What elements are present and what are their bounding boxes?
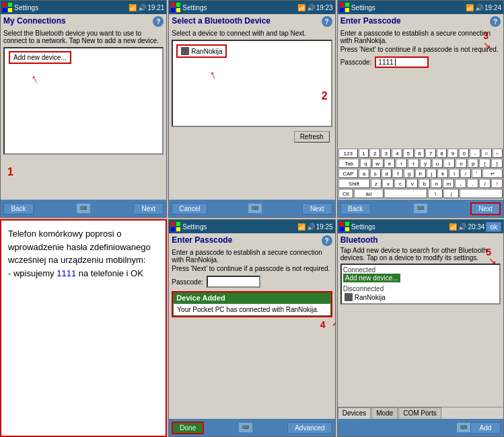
kb-auu-key[interactable]: áü [354, 189, 383, 198]
keyboard-icon-1[interactable]: ⌨ [77, 204, 90, 213]
add-button-6[interactable]: Add [470, 422, 501, 434]
kb-ctl-key[interactable]: Ctl [338, 189, 354, 198]
back-button-1[interactable]: Back [3, 203, 34, 214]
ran-nokija-name: RanNokija [355, 294, 386, 301]
kb-m-key[interactable]: m [443, 179, 454, 188]
keyboard-icon-3[interactable]: ⌨ [414, 204, 427, 213]
kb-4-key[interactable]: 4 [392, 149, 402, 158]
kb-v-key[interactable]: v [406, 179, 418, 188]
ran-nokija-item[interactable]: RanNokija [176, 44, 227, 58]
kb-l-key[interactable]: l [449, 169, 460, 178]
kb-t-key[interactable]: t [408, 159, 419, 168]
kb-backslash-key[interactable]: \ [428, 189, 443, 198]
svg-rect-9 [345, 3, 349, 7]
kb-x-key[interactable]: x [382, 179, 394, 188]
kb-6-key[interactable]: 6 [415, 149, 425, 158]
kb-h-key[interactable]: h [415, 169, 426, 178]
section-header-5: Enter Passcode ? [169, 233, 334, 247]
add-new-device-item[interactable]: Add new device... [9, 51, 71, 64]
kb-comma-key[interactable]: , [455, 179, 466, 188]
panel-select-bluetooth: Settings 📶 🔊 19:23 Select a Bluetooth De… [168, 0, 335, 218]
kb-j-key[interactable]: j [427, 169, 437, 178]
kb-w-key[interactable]: w [372, 159, 384, 168]
ok-button-6[interactable]: ok [486, 222, 501, 232]
kb-i-key[interactable]: i [443, 159, 455, 168]
kb-e-key[interactable]: e [384, 159, 396, 168]
kb-pipe-key[interactable]: | [443, 189, 459, 198]
kb-2-key[interactable]: 2 [369, 149, 380, 158]
kb-minus-key[interactable]: - [470, 149, 480, 158]
kb-n-key[interactable]: n [431, 179, 442, 188]
kb-7-key[interactable]: 7 [425, 149, 436, 158]
refresh-button[interactable]: Refresh [294, 131, 330, 143]
add-new-device-6[interactable]: Add new device... [343, 274, 400, 282]
kb-8-key[interactable]: 8 [437, 149, 447, 158]
kb-q-key[interactable]: q [360, 159, 371, 168]
cancel-button-2[interactable]: Cancel [172, 203, 207, 214]
help-button-1[interactable]: ? [153, 16, 164, 27]
section-title-6: Bluetooth [340, 235, 378, 245]
passcode-input[interactable]: 1111 [375, 56, 429, 68]
kb-c-key[interactable]: c [394, 179, 406, 188]
kb-upshift-key[interactable]: ↑ [491, 179, 503, 188]
kb-123-key[interactable]: 123 [338, 149, 358, 158]
ran-nokija-row[interactable]: RanNokija [343, 292, 498, 302]
description-1: Select the Bluetooth device you want to … [3, 30, 164, 44]
kb-0-key[interactable]: 0 [459, 149, 470, 158]
kb-u-key[interactable]: u [432, 159, 443, 168]
connections-listbox[interactable]: Add new device... ↑ [3, 47, 164, 155]
next-button-3[interactable]: Next [470, 202, 501, 215]
next-button-2[interactable]: Next [302, 203, 332, 214]
help-button-2[interactable]: ? [322, 16, 332, 27]
kb-o-key[interactable]: o [456, 159, 467, 168]
back-button-3[interactable]: Back [340, 203, 371, 214]
time-5: 19:25 [316, 223, 333, 231]
windows-logo-icon-5 [171, 222, 180, 231]
tab-com-ports[interactable]: COM Ports [398, 407, 441, 419]
kb-lbracket-key[interactable]: [ [479, 159, 491, 168]
keyboard-icon-5[interactable]: ⌨ [239, 423, 252, 432]
windows-logo-icon-3 [340, 3, 349, 12]
tab-mode[interactable]: Mode [371, 407, 398, 419]
kb-quote-key[interactable]: ' [472, 169, 482, 178]
kb-slash-key[interactable]: / [479, 179, 491, 188]
taskbar-right-5: 📶 🔊 19:25 [297, 223, 333, 231]
passcode-input-5[interactable] [207, 276, 260, 288]
keyboard-icon-2[interactable]: ⌨ [248, 204, 262, 213]
kb-shift-key[interactable]: Shift [338, 179, 370, 188]
kb-s-key[interactable]: s [370, 169, 381, 178]
kb-tab-key[interactable]: Tab [338, 159, 359, 168]
help-button-3[interactable]: ? [490, 16, 501, 27]
help-button-5[interactable]: ? [322, 235, 332, 246]
kb-1-key[interactable]: 1 [359, 149, 369, 158]
next-button-1[interactable]: Next [133, 203, 164, 214]
done-button[interactable]: Done [172, 422, 204, 434]
kb-space-key[interactable] [384, 189, 427, 198]
advanced-button[interactable]: Advanced [287, 422, 332, 434]
kb-a-key[interactable]: a [359, 169, 369, 178]
kb-f-key[interactable]: f [392, 169, 403, 178]
kb-p-key[interactable]: p [468, 159, 479, 168]
bluetooth-devices-listbox[interactable]: RanNokija ↑ 2 [172, 40, 332, 127]
kb-k-key[interactable]: k [437, 169, 448, 178]
kb-space2-key[interactable] [460, 189, 503, 198]
kb-period-key[interactable]: . [467, 179, 478, 188]
kb-rbracket-key[interactable]: ] [491, 159, 503, 168]
kb-semicolon-key[interactable]: / [460, 169, 471, 178]
kb-cap-key[interactable]: CAP [338, 169, 359, 178]
kb-5-key[interactable]: 5 [403, 149, 414, 158]
kb-b-key[interactable]: b [419, 179, 430, 188]
kb-equals-key[interactable]: = [481, 149, 492, 158]
kb-enter-key[interactable]: ↵ [482, 169, 503, 178]
kb-backspace-key[interactable]: ← [493, 149, 503, 158]
tab-devices[interactable]: Devices [338, 407, 371, 419]
kb-y-key[interactable]: y [420, 159, 431, 168]
kb-g-key[interactable]: g [404, 169, 415, 178]
keyboard-icon-6[interactable]: ⌨ [457, 423, 470, 432]
kb-row-1: 123 1 2 3 4 5 6 7 8 9 0 - = ← [338, 149, 503, 158]
kb-z-key[interactable]: z [371, 179, 382, 188]
kb-r-key[interactable]: r [396, 159, 407, 168]
kb-d-key[interactable]: d [382, 169, 392, 178]
kb-3-key[interactable]: 3 [381, 149, 392, 158]
kb-9-key[interactable]: 9 [447, 149, 458, 158]
